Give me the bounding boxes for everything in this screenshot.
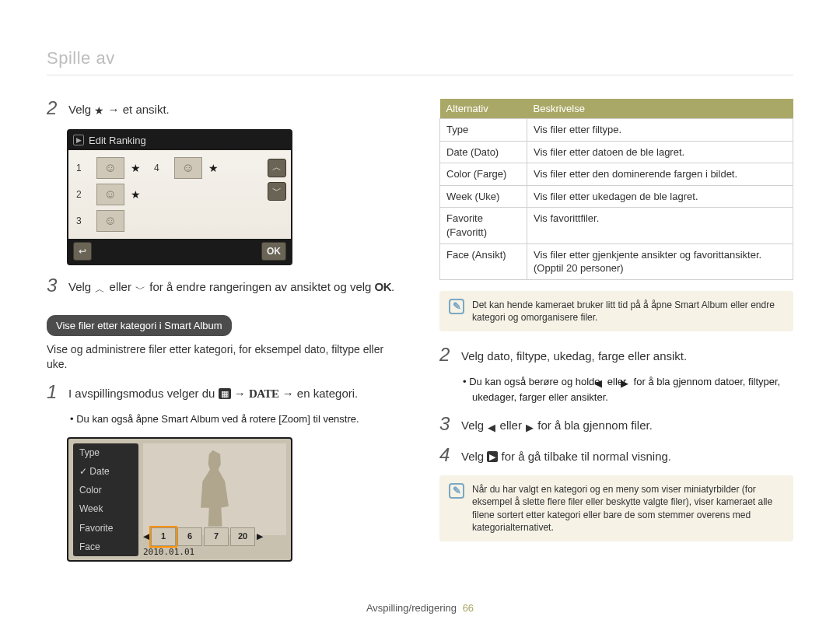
step-text: eller	[110, 280, 135, 293]
step-text: Velg	[461, 450, 487, 463]
menu-item-date[interactable]: Date	[73, 462, 138, 481]
thumbnail[interactable]: 7	[204, 527, 229, 546]
rank-number: 4	[154, 162, 168, 174]
play-icon: ▶	[487, 451, 498, 462]
table-header: Beskrivelse	[527, 99, 793, 119]
step-number: 3	[439, 415, 453, 435]
step-text: for å gå tilbake til normal visning.	[502, 450, 671, 463]
breadcrumb: Spille av	[47, 47, 793, 75]
star-icon: ★	[131, 161, 148, 176]
date-indicator: 2010.01.01	[143, 547, 194, 559]
rank-number: 2	[76, 188, 90, 201]
step-1b: 1 I avspillingsmodus velger du ▦ → DATE …	[47, 383, 401, 401]
menu-icon: ▦	[219, 388, 231, 399]
section-caption: Vise og administrere filer etter kategor…	[47, 342, 401, 372]
step-text: en kategori.	[297, 387, 358, 400]
step-text: for å endre rangeringen av ansiktet og v…	[149, 280, 374, 293]
step-text: for å bla gjennom filer.	[537, 419, 653, 432]
menu-item-type[interactable]: Type	[73, 443, 138, 462]
chevron-right-icon[interactable]: ▶	[257, 531, 263, 542]
menu-item-favorite[interactable]: Favorite	[73, 519, 138, 538]
arrow-icon: →	[108, 103, 123, 116]
section-heading: Vise filer etter kategori i Smart Album	[47, 315, 232, 337]
note-text: Når du har valgt en kategori og en meny …	[472, 483, 784, 534]
step-text: et ansikt.	[123, 103, 170, 116]
preview-area	[143, 443, 286, 535]
menu-item-color[interactable]: Color	[73, 481, 138, 499]
chevron-left-icon[interactable]: ◀	[143, 531, 149, 542]
menu-item-week[interactable]: Week	[73, 499, 138, 518]
smart-album-screen: Type Date Color Week Favorite Face 100-0…	[67, 437, 292, 562]
chevron-left-icon: ◀	[488, 421, 495, 435]
thumbnail[interactable]: 1	[151, 527, 176, 546]
step-text: Velg	[68, 280, 94, 293]
step-text: I avspillingsmodus velger du	[68, 387, 219, 400]
thumbnail[interactable]: 6	[177, 527, 202, 546]
table-cell: Vis filer etter den dominerende fargen i…	[527, 163, 793, 186]
footer-section: Avspilling/redigering	[366, 602, 457, 614]
step-text: Velg dato, filtype, ukedag, farge eller …	[461, 345, 687, 364]
table-cell: Face (Ansikt)	[440, 243, 527, 279]
step-3b: 3 Velg ◀ eller ▶ for å bla gjennom filer…	[439, 415, 793, 435]
step-2: 2 Velg ★ → et ansikt.	[47, 99, 401, 118]
table-cell: Vis filer etter ukedagen de ble lagret.	[527, 185, 793, 208]
table-cell: Type	[440, 119, 527, 142]
table-cell: Favorite (Favoritt)	[440, 208, 527, 243]
table-cell: Date (Dato)	[440, 141, 527, 163]
face-thumbnail: ☺	[96, 210, 124, 232]
screen-title: Edit Ranking	[89, 134, 146, 148]
note-icon: ✎	[449, 483, 464, 499]
ok-icon: OK	[375, 280, 392, 293]
edit-ranking-screen: ▶ Edit Ranking 1 ☺ ★ 4 ☺ ★ 2 ☺ ★ 3 ☺	[67, 129, 292, 266]
note-box: ✎ Når du har valgt en kategori og en men…	[439, 475, 793, 541]
step-number: 2	[439, 345, 453, 364]
star-icon: ★	[131, 187, 148, 202]
ok-button[interactable]: OK	[261, 242, 286, 261]
category-menu: Type Date Color Week Favorite Face	[73, 443, 138, 556]
table-cell: Vis filer etter datoen de ble lagret.	[527, 141, 793, 163]
note-box: ✎ Det kan hende kameraet bruker litt tid…	[439, 291, 793, 331]
thumbnail-strip: ◀ 1 6 7 20 ▶	[143, 527, 286, 546]
step-text: Velg	[68, 103, 94, 116]
step-text: .	[391, 280, 394, 293]
menu-item-face[interactable]: Face	[73, 538, 138, 556]
options-table: Alternativ Beskrivelse TypeVis filer ett…	[439, 99, 793, 280]
step-number: 2	[47, 99, 61, 118]
tip-text: • Du kan også åpne Smart Album ved å rot…	[70, 412, 401, 426]
left-column: 2 Velg ★ → et ansikt. ▶ Edit Ranking 1 ☺	[47, 99, 401, 562]
face-thumbnail: ☺	[96, 184, 124, 205]
star-icon: ★	[94, 104, 104, 117]
page-number: 66	[463, 602, 474, 614]
date-label-icon: DATE	[249, 387, 279, 400]
rank-number: 3	[76, 215, 90, 227]
down-button[interactable]: ﹀	[268, 182, 286, 201]
step-2b: 2 Velg dato, filtype, ukedag, farge elle…	[439, 345, 793, 364]
table-cell: Vis filer etter filtype.	[527, 119, 793, 142]
table-cell: Vis favorittfiler.	[527, 208, 793, 243]
table-header: Alternativ	[440, 99, 527, 119]
back-button[interactable]: ↩	[73, 242, 92, 261]
step-4b: 4 Velg ▶ for å gå tilbake til normal vis…	[439, 446, 793, 464]
face-thumbnail: ☺	[96, 157, 124, 179]
table-cell: Vis filer etter gjenkjente ansikter og f…	[527, 243, 793, 279]
step-number: 4	[439, 446, 453, 464]
step-text: eller	[500, 419, 526, 432]
table-cell: Color (Farge)	[440, 163, 527, 186]
tip-text: • Du kan også berøre og holde ◀ eller ▶ …	[463, 375, 793, 404]
table-cell: Week (Uke)	[440, 185, 527, 208]
note-text: Det kan hende kameraet bruker litt tid p…	[472, 299, 784, 324]
play-icon: ▶	[73, 135, 84, 145]
chevron-right-icon: ▶	[526, 421, 534, 435]
person-silhouette-icon	[191, 450, 238, 528]
step-number: 1	[47, 383, 61, 401]
thumbnail[interactable]: 20	[230, 527, 255, 546]
rank-number: 1	[76, 162, 90, 174]
up-button[interactable]: ︿	[268, 159, 286, 177]
page-footer: Avspilling/redigering 66	[0, 601, 840, 615]
note-icon: ✎	[449, 299, 464, 314]
chevron-down-icon: ﹀	[135, 282, 145, 296]
arrow-icon: →	[234, 387, 249, 400]
right-column: Alternativ Beskrivelse TypeVis filer ett…	[439, 99, 793, 562]
arrow-icon: →	[282, 387, 297, 400]
star-icon: ★	[208, 161, 226, 176]
